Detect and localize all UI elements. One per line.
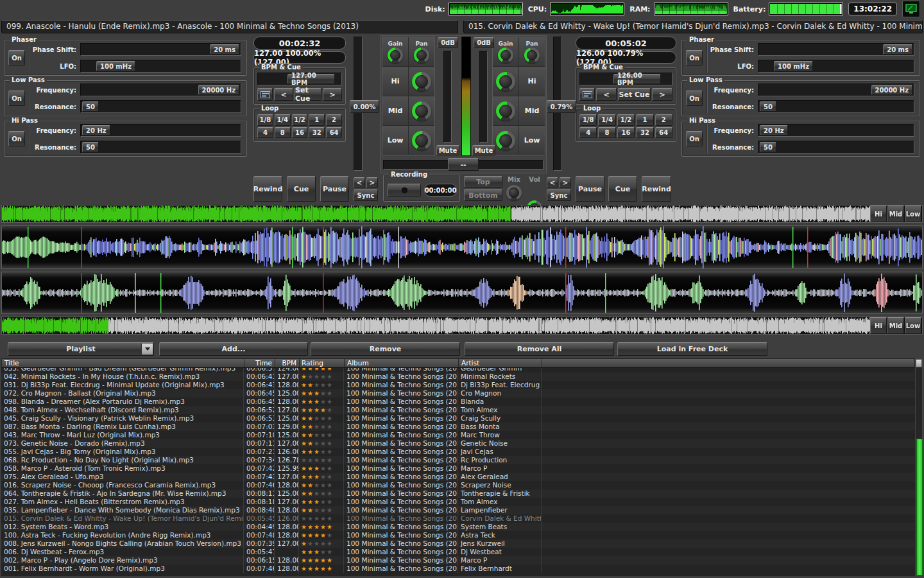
waveform-hi-button-b[interactable]: Hi [870, 317, 887, 334]
column-header-rating[interactable]: Rating [300, 359, 345, 367]
loop-8-button[interactable]: 8 [598, 127, 615, 139]
table-row[interactable]: 001. Felix Bernhardt - Worm War (Origina… [1, 565, 915, 573]
table-row[interactable]: 016. Scraperz Noise - Chooop (Francesco … [1, 481, 915, 489]
lowpass-resonance-slider-b[interactable]: 50 [758, 100, 914, 113]
phase-shift-handle-a[interactable]: 20 ms [210, 44, 239, 55]
gain-knob-b[interactable] [498, 48, 513, 63]
hipass-on-button-b[interactable]: On [686, 131, 703, 146]
loop-16-button[interactable]: 16 [292, 127, 308, 139]
loop-2-button[interactable]: 2 [655, 114, 672, 126]
volume-zero-button-b[interactable]: 0dB [474, 37, 494, 48]
table-row[interactable]: 048. Tom Almex - Wechselhaft (Discord Re… [1, 406, 915, 414]
crossfader-handle[interactable]: -- [448, 158, 479, 171]
loop-2-button[interactable]: 2 [326, 114, 342, 126]
bpm-handle-b[interactable]: 126.00 BPM [613, 74, 661, 84]
loop-4-button[interactable]: 4 [257, 127, 273, 139]
prev-cue-button-a[interactable]: < [274, 88, 293, 101]
pan-knob-b[interactable] [524, 48, 540, 63]
hipass-resonance-handle-b[interactable]: 50 [760, 142, 776, 152]
nudge-back-button-a[interactable]: < [354, 177, 365, 188]
vertical-scrollbar[interactable] [915, 358, 923, 576]
sync-button-b[interactable]: Sync [547, 189, 571, 201]
column-header-title[interactable]: Title [2, 359, 244, 367]
fullscreen-button[interactable] [902, 1, 920, 17]
table-row[interactable]: 045. Craig Scully - Visionary (Patrick W… [1, 414, 915, 423]
lowpass-frequency-slider-b[interactable]: 20000 Hz [758, 83, 914, 96]
bpm-slider-a[interactable]: 127.00 BPM [257, 73, 342, 85]
detail-waveform-a-canvas[interactable] [2, 226, 922, 268]
monitor-top-button[interactable]: Top [464, 176, 502, 188]
phaser-on-button-b[interactable]: On [686, 50, 703, 66]
pitch-handle-b[interactable]: 0.79% [547, 100, 576, 113]
phase-shift-slider-b[interactable]: 20 ms [758, 43, 914, 56]
waveform-low-button-b[interactable]: Low [905, 317, 921, 334]
cue-list-button-b[interactable] [579, 88, 595, 101]
table-row[interactable]: 012. System Beats - Word.mp300:04:49128.… [1, 523, 915, 531]
mid-knob-b[interactable] [496, 101, 515, 121]
cue-list-button-a[interactable] [257, 88, 273, 101]
detail-waveform-a[interactable] [1, 225, 923, 269]
lowpass-resonance-slider-a[interactable]: 50 [80, 100, 241, 113]
column-header-album[interactable]: Album [345, 359, 459, 367]
volume-zero-button-a[interactable]: 0dB [438, 37, 458, 48]
mute-button-a[interactable]: Mute [436, 145, 459, 155]
hipass-frequency-slider-a[interactable]: 20 Hz [80, 124, 241, 137]
pitch-handle-a[interactable]: 0.00% [350, 100, 379, 113]
lowpass-resonance-handle-a[interactable]: 50 [82, 101, 99, 112]
overview-waveform-b-canvas[interactable] [2, 317, 871, 334]
rewind-button-b[interactable]: Rewind [642, 176, 671, 202]
nudge-forward-button-a[interactable]: > [366, 177, 378, 188]
table-row[interactable]: 008. Jens Kurzweil - Nongo Bights Callin… [1, 539, 915, 548]
lfo-slider-a[interactable]: 100 mHz [80, 60, 241, 73]
volume-fader-b[interactable] [479, 51, 488, 143]
table-row[interactable]: 072. Cro Magnon - Ballast (Original Mix)… [1, 389, 915, 398]
loop-64-button[interactable]: 64 [326, 127, 342, 139]
table-row[interactable]: 100. Astra Teck - Fucking Revolution (An… [1, 531, 915, 539]
playlist-select[interactable]: Playlist [8, 342, 154, 356]
hi-knob-b[interactable] [496, 72, 515, 91]
hipass-resonance-handle-a[interactable]: 50 [82, 142, 99, 152]
hipass-frequency-slider-b[interactable]: 20 Hz [758, 124, 914, 137]
loop-1-8-button[interactable]: 1/8 [257, 114, 273, 126]
detail-waveform-b[interactable] [1, 272, 923, 314]
waveform-low-button-a[interactable]: Low [905, 206, 921, 222]
low-knob-b[interactable] [496, 131, 515, 150]
nudge-forward-button-b[interactable]: > [560, 177, 571, 188]
next-cue-button-a[interactable]: > [323, 88, 342, 101]
record-button[interactable] [388, 184, 421, 197]
sync-button-a[interactable]: Sync [354, 189, 378, 201]
loop-1-8-button[interactable]: 1/8 [579, 114, 597, 126]
table-row[interactable]: 035. Lampenfieber - Dance With Somebody … [1, 506, 915, 514]
loop-1-2-button[interactable]: 1/2 [617, 114, 635, 126]
table-row[interactable]: 064. Tontherapie & Fristik - Ajo In Sard… [1, 489, 915, 498]
add-button[interactable]: Add... [159, 342, 308, 356]
monitor-bottom-button[interactable]: Bottom [464, 189, 502, 201]
lowpass-frequency-slider-a[interactable]: 20000 Hz [80, 83, 241, 96]
lowpass-on-button-a[interactable]: On [8, 91, 25, 106]
gain-knob-a[interactable] [388, 48, 403, 63]
waveform-mid-button-a[interactable]: Mid [887, 206, 904, 222]
lfo-slider-b[interactable]: 100 mHz [758, 60, 914, 73]
phase-shift-handle-b[interactable]: 20 ms [883, 44, 912, 55]
loop-16-button[interactable]: 16 [617, 127, 635, 139]
lowpass-frequency-handle-b[interactable]: 20000 Hz [871, 85, 912, 95]
loop-8-button[interactable]: 8 [275, 127, 291, 139]
table-row[interactable]: 058. Marco P - Asteroid (Tom Tronic Remi… [1, 464, 915, 473]
column-header-artist[interactable]: Artist [459, 359, 542, 367]
loop-64-button[interactable]: 64 [655, 127, 672, 139]
loop-32-button[interactable]: 32 [636, 127, 653, 139]
remove-button[interactable]: Remove [311, 342, 460, 356]
cue-button-b[interactable]: Cue [608, 176, 637, 202]
hipass-on-button-a[interactable]: On [8, 131, 25, 146]
remove-all-button[interactable]: Remove All [465, 342, 614, 356]
next-cue-button-b[interactable]: > [652, 88, 672, 101]
monitor-mix-knob[interactable] [506, 185, 522, 200]
hi-knob-a[interactable] [412, 72, 431, 91]
mid-knob-a[interactable] [412, 101, 431, 121]
lfo-handle-b[interactable]: 100 mHz [774, 61, 813, 71]
lfo-handle-a[interactable]: 100 mHz [96, 61, 135, 71]
table-row[interactable]: 031. Dj Bl33p Feat. Elecdrug - Minimal U… [1, 381, 915, 389]
table-row[interactable]: 075. Alex Geralead - Ufo.mp300:07:43127.… [1, 473, 915, 481]
overview-waveform-b[interactable]: Hi Mid Low [1, 317, 923, 335]
hipass-frequency-handle-a[interactable]: 20 Hz [82, 125, 110, 136]
